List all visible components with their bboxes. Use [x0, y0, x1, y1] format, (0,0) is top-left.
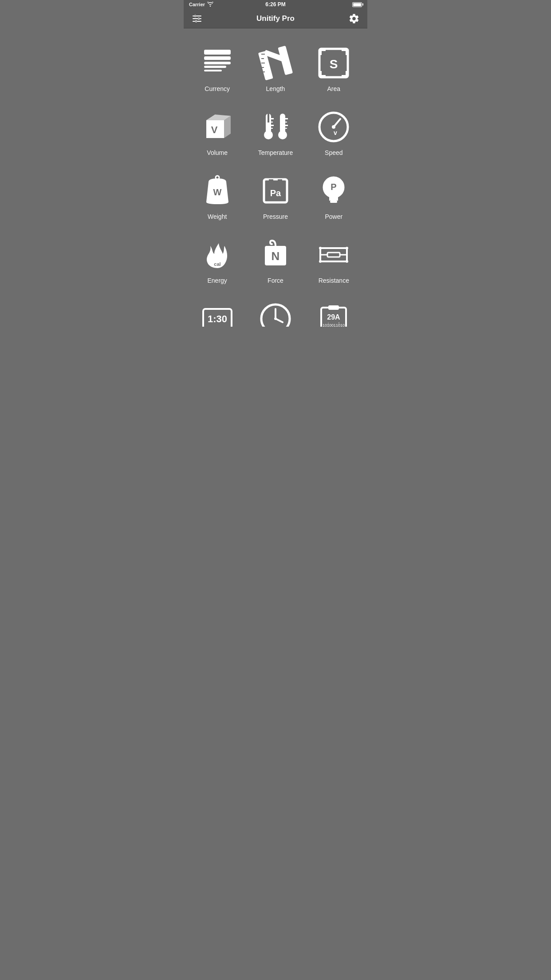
svg-rect-13 — [204, 56, 231, 60]
svg-rect-15 — [204, 66, 226, 68]
grid-item-digit[interactable]: 29A 1010011010 ↓ ↑ Digit — [305, 293, 363, 327]
grid-item-resistance[interactable]: Resistance — [305, 229, 363, 293]
svg-point-56 — [216, 176, 219, 179]
svg-rect-44 — [271, 118, 274, 119]
grid-item-volume[interactable]: V Volume — [188, 101, 246, 165]
svg-text:S: S — [330, 57, 338, 71]
svg-point-11 — [196, 20, 197, 21]
grid-item-timezone[interactable]: 1:30 Timezone — [188, 293, 246, 327]
svg-text:↑: ↑ — [338, 321, 340, 325]
svg-point-5 — [195, 15, 196, 16]
svg-rect-47 — [271, 128, 273, 129]
force-icon: N — [258, 237, 293, 273]
currency-label: Currency — [205, 85, 230, 92]
gear-icon[interactable] — [348, 12, 360, 25]
area-icon: S — [316, 45, 351, 81]
pressure-icon: Pa — [258, 173, 293, 209]
svg-point-86 — [274, 317, 277, 320]
grid-item-currency[interactable]: Currency — [188, 37, 246, 101]
speed-label: Speed — [325, 149, 342, 156]
svg-rect-16 — [204, 70, 222, 71]
svg-rect-49 — [285, 122, 287, 122]
svg-text:1010011010: 1010011010 — [323, 323, 345, 327]
grid-item-weight[interactable]: W Weight — [188, 165, 246, 229]
svg-rect-60 — [278, 179, 282, 182]
svg-rect-51 — [285, 128, 287, 129]
grid-item-temperature[interactable]: Temperature — [246, 101, 304, 165]
svg-text:v: v — [334, 129, 337, 136]
timezone-icon: 1:30 — [200, 301, 235, 327]
resistance-icon — [316, 237, 351, 273]
sliders-icon[interactable] — [191, 12, 203, 25]
nav-bar: Unitify Pro — [184, 9, 367, 28]
svg-text:Pa: Pa — [270, 188, 281, 198]
svg-point-8 — [198, 18, 199, 19]
svg-rect-50 — [285, 125, 288, 126]
energy-label: Energy — [207, 277, 227, 284]
svg-rect-1 — [193, 18, 201, 19]
status-right — [352, 2, 362, 7]
temperature-icon — [258, 109, 293, 145]
svg-rect-33 — [346, 71, 348, 77]
wifi-icon — [207, 2, 213, 8]
time-icon — [258, 301, 293, 327]
svg-point-75 — [319, 247, 322, 249]
resistance-label: Resistance — [319, 277, 349, 284]
grid-item-time[interactable]: Time — [246, 293, 304, 327]
svg-text:V: V — [211, 124, 217, 135]
svg-rect-29 — [346, 49, 348, 55]
svg-rect-12 — [204, 50, 231, 55]
svg-rect-88 — [328, 305, 339, 310]
svg-point-76 — [346, 247, 348, 249]
svg-text:↓: ↓ — [327, 321, 330, 325]
svg-rect-64 — [329, 196, 338, 198]
area-label: Area — [327, 85, 341, 92]
grid-item-force[interactable]: N Force — [246, 229, 304, 293]
grid-item-length[interactable]: Length — [246, 37, 304, 101]
grid-item-energy[interactable]: cal Energy — [188, 229, 246, 293]
temperature-label: Temperature — [258, 149, 293, 156]
svg-rect-0 — [193, 16, 201, 16]
grid-item-power[interactable]: P Power — [305, 165, 363, 229]
status-bar: Carrier 6:26 PM — [184, 0, 367, 9]
svg-point-43 — [278, 130, 287, 139]
power-icon: P — [316, 173, 351, 209]
pressure-label: Pressure — [263, 213, 288, 220]
svg-rect-66 — [330, 201, 337, 203]
svg-rect-65 — [329, 198, 338, 201]
energy-icon: cal — [200, 237, 235, 273]
power-label: Power — [325, 213, 342, 220]
svg-point-78 — [346, 260, 348, 263]
time-label: 6:26 PM — [265, 1, 285, 8]
svg-rect-14 — [204, 62, 231, 64]
volume-icon: V — [200, 109, 235, 145]
svg-text:W: W — [213, 187, 221, 197]
svg-text:1:30: 1:30 — [208, 313, 227, 324]
length-icon — [258, 45, 293, 81]
svg-text:P: P — [331, 182, 337, 192]
svg-point-54 — [332, 125, 335, 129]
svg-rect-72 — [327, 253, 340, 257]
currency-icon — [200, 45, 235, 81]
svg-rect-46 — [271, 125, 274, 126]
svg-rect-42 — [280, 114, 285, 133]
nav-title: Unitify Pro — [256, 14, 295, 23]
grid-item-area[interactable]: S Area — [305, 37, 363, 101]
svg-rect-31 — [319, 71, 322, 77]
svg-point-77 — [319, 260, 322, 263]
svg-rect-48 — [285, 118, 288, 119]
grid-item-speed[interactable]: v Speed — [305, 101, 363, 165]
speed-icon: v — [316, 109, 351, 145]
carrier-label: Carrier — [189, 2, 205, 7]
weight-label: Weight — [208, 213, 227, 220]
weight-icon: W — [200, 173, 235, 209]
svg-text:N: N — [272, 249, 280, 263]
grid-item-pressure[interactable]: Pa Pressure — [246, 165, 304, 229]
svg-point-40 — [264, 130, 273, 139]
length-label: Length — [266, 85, 285, 92]
svg-rect-41 — [268, 114, 269, 122]
svg-rect-45 — [271, 122, 273, 122]
digit-icon: 29A 1010011010 ↓ ↑ — [316, 301, 351, 327]
force-label: Force — [268, 277, 283, 284]
svg-text:29A: 29A — [327, 313, 341, 321]
